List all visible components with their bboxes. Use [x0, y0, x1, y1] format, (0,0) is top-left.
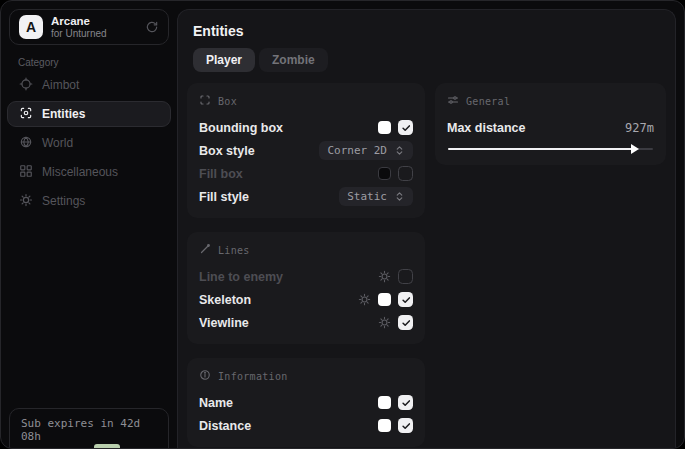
dropdown-value: Static [347, 190, 387, 203]
distance-checkbox[interactable] [398, 418, 413, 433]
sidebar-item-label: Aimbot [42, 78, 79, 92]
slider-thumb[interactable] [631, 144, 639, 154]
sidebar-item-label: Settings [42, 194, 85, 208]
row-bounding-box: Bounding box [199, 117, 413, 138]
dropdown-value: Corner 2D [327, 144, 387, 157]
unfold-icon [394, 191, 405, 202]
sidebar-item-label: Entities [42, 107, 85, 121]
sliders-icon [447, 94, 459, 108]
app-subtitle: for Unturned [51, 28, 137, 40]
background-artifact [94, 444, 120, 448]
sidebar: A Arcane for Unturned Category Aimbot [1, 1, 177, 448]
refresh-icon[interactable] [145, 20, 159, 34]
crosshair-icon [19, 77, 33, 94]
color-swatch[interactable] [378, 121, 391, 134]
general-card: General Max distance 927m [435, 83, 666, 165]
subscription-card: Sub expires in 42d 08h Session duration … [9, 408, 169, 449]
corner-brackets-icon [199, 94, 211, 108]
check-icon [401, 421, 411, 431]
section-header: Lines [218, 245, 250, 256]
page-title: Entities [193, 23, 675, 39]
sub-expiry-text: Sub expires in 42d 08h [21, 417, 157, 443]
tab-zombie[interactable]: Zombie [259, 48, 328, 72]
max-distance-slider[interactable] [448, 148, 653, 150]
box-card: Box Bounding box [187, 83, 425, 218]
info-icon [199, 369, 211, 383]
app-window: A Arcane for Unturned Category Aimbot [0, 0, 685, 449]
skeleton-checkbox[interactable] [398, 292, 413, 307]
unfold-icon [394, 145, 405, 156]
gear-icon[interactable] [358, 293, 371, 306]
color-swatch[interactable] [378, 419, 391, 432]
diagonal-line-icon [199, 243, 211, 257]
sidebar-item-label: Miscellaneous [42, 165, 118, 179]
section-header: General [466, 96, 510, 107]
gear-icon[interactable] [378, 270, 391, 283]
sidebar-item-miscellaneous[interactable]: Miscellaneous [7, 159, 171, 185]
sidebar-item-entities[interactable]: Entities [7, 101, 171, 127]
section-header: Box [218, 96, 237, 107]
row-viewline: Viewline [199, 312, 413, 333]
color-swatch[interactable] [378, 293, 391, 306]
sidebar-item-aimbot[interactable]: Aimbot [7, 72, 171, 98]
sidebar-item-world[interactable]: World [7, 130, 171, 156]
bounding-box-checkbox[interactable] [398, 120, 413, 135]
sidebar-nav: Aimbot Entities World [7, 72, 171, 214]
name-checkbox[interactable] [398, 395, 413, 410]
line-to-enemy-checkbox[interactable] [398, 269, 413, 284]
lines-card: Lines Line to enemy [187, 232, 425, 344]
tab-player[interactable]: Player [193, 48, 255, 72]
section-header: Information [218, 371, 288, 382]
check-icon [401, 318, 411, 328]
row-skeleton: Skeleton [199, 289, 413, 310]
category-label: Category [18, 57, 59, 68]
row-name: Name [199, 392, 413, 413]
max-distance-value: 927m [625, 121, 654, 135]
color-swatch[interactable] [378, 167, 391, 180]
slider-fill [448, 148, 633, 150]
box-style-dropdown[interactable]: Corner 2D [319, 141, 413, 160]
grid-icon [19, 164, 33, 181]
gear-icon [19, 193, 33, 210]
content: Box Bounding box [187, 83, 666, 447]
row-line-to-enemy: Line to enemy [199, 266, 413, 287]
check-icon [401, 398, 411, 408]
row-fill-style: Fill style Static [199, 186, 413, 207]
row-fill-box: Fill box [199, 163, 413, 184]
gear-icon[interactable] [378, 316, 391, 329]
logo-card: A Arcane for Unturned [9, 9, 169, 45]
tab-bar: Player Zombie [193, 48, 675, 72]
sidebar-item-label: World [42, 136, 73, 150]
information-card: Information Name [187, 358, 425, 447]
row-box-style: Box style Corner 2D [199, 140, 413, 161]
scan-icon [19, 106, 33, 123]
check-icon [401, 123, 411, 133]
globe-icon [19, 135, 33, 152]
viewline-checkbox[interactable] [398, 315, 413, 330]
color-swatch[interactable] [378, 396, 391, 409]
row-max-distance: Max distance 927m [447, 117, 654, 138]
fill-box-checkbox[interactable] [398, 166, 413, 181]
sidebar-item-settings[interactable]: Settings [7, 188, 171, 214]
app-title: Arcane [51, 15, 137, 28]
main-panel: Entities Player Zombie Box [177, 9, 676, 448]
check-icon [401, 295, 411, 305]
fill-style-dropdown[interactable]: Static [339, 187, 413, 206]
app-logo: A [19, 15, 43, 39]
row-distance: Distance [199, 415, 413, 436]
